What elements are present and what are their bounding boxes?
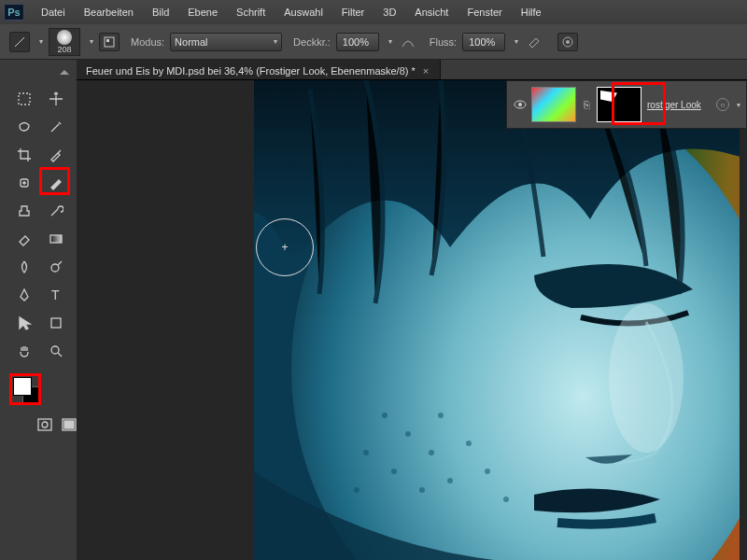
menu-bild[interactable]: Bild	[143, 4, 178, 21]
mode-value: Normal	[175, 36, 207, 48]
brush-panel-toggle[interactable]	[99, 33, 120, 51]
flow-label: Fluss:	[430, 36, 457, 48]
hand-tool[interactable]	[9, 338, 39, 364]
brush-size-picker[interactable]: 208	[49, 28, 80, 56]
svg-point-4	[566, 40, 570, 44]
heal-tool[interactable]	[9, 170, 39, 196]
brush-tool[interactable]	[41, 170, 71, 196]
svg-text:T: T	[51, 287, 60, 302]
menu-datei[interactable]: Datei	[32, 4, 75, 21]
document-tab[interactable]: Feuer und Eis by MDI.psd bei 36,4% (Fros…	[77, 60, 441, 79]
workspace: T Feuer und Eis by MDI.psd b	[0, 60, 747, 560]
mode-select[interactable]: Normal ▾	[170, 33, 282, 51]
svg-point-23	[363, 450, 369, 455]
pen-tool[interactable]	[9, 282, 39, 308]
document-tab-title: Feuer und Eis by MDI.psd bei 36,4% (Fros…	[86, 65, 416, 77]
history-brush-tool[interactable]	[41, 198, 71, 224]
crop-tool[interactable]	[9, 142, 39, 168]
canvas[interactable]	[254, 80, 740, 560]
svg-point-34	[518, 103, 522, 106]
tool-panel: T	[0, 60, 77, 560]
brush-cursor: +	[256, 218, 314, 276]
link-icon[interactable]: ⎘	[580, 96, 593, 113]
document-tabbar: Feuer und Eis by MDI.psd bei 36,4% (Fros…	[77, 60, 747, 80]
chevron-down-icon[interactable]: ▾	[90, 37, 93, 46]
shape-tool[interactable]	[41, 310, 71, 336]
zoom-tool[interactable]	[41, 338, 71, 364]
wand-tool[interactable]	[41, 114, 71, 140]
path-select-tool[interactable]	[9, 310, 39, 336]
eyedropper-tool[interactable]	[41, 142, 71, 168]
menu-hilfe[interactable]: Hilfe	[512, 4, 551, 21]
close-icon[interactable]: ×	[423, 65, 429, 77]
opacity-input[interactable]: 100%	[336, 33, 379, 51]
brush-size-value: 208	[57, 45, 71, 54]
blur-tool[interactable]	[9, 254, 39, 280]
svg-point-24	[438, 413, 444, 418]
svg-point-14	[42, 422, 48, 427]
stamp-tool[interactable]	[9, 198, 39, 224]
menu-schrift[interactable]: Schrift	[227, 4, 275, 21]
panel-collapse-icon[interactable]	[52, 63, 77, 82]
menubar: Ps Datei Bearbeiten Bild Ebene Schrift A…	[0, 0, 747, 24]
svg-rect-2	[106, 39, 109, 42]
menu-ansicht[interactable]: Ansicht	[405, 4, 458, 21]
foreground-color[interactable]	[13, 377, 32, 396]
lasso-tool[interactable]	[9, 114, 39, 140]
menu-filter[interactable]: Filter	[332, 4, 374, 21]
type-tool[interactable]: T	[41, 282, 71, 308]
layer-thumbnail[interactable]	[531, 87, 576, 122]
gradient-tool[interactable]	[41, 226, 71, 252]
menu-ebene[interactable]: Ebene	[178, 4, 227, 21]
svg-point-30	[503, 497, 509, 502]
svg-line-0	[15, 37, 24, 47]
svg-point-21	[405, 431, 411, 437]
menu-auswahl[interactable]: Auswahl	[275, 4, 332, 21]
svg-point-22	[429, 450, 434, 455]
color-swatches[interactable]	[9, 377, 39, 409]
tool-preset-picker[interactable]	[9, 32, 30, 52]
artwork-image	[254, 80, 740, 560]
marquee-tool[interactable]	[9, 86, 39, 112]
chevron-down-icon[interactable]: ▾	[39, 37, 43, 46]
svg-marker-5	[60, 70, 69, 75]
menu-fenster[interactable]: Fenster	[458, 4, 511, 21]
layer-fx-icon[interactable]: ○	[716, 98, 729, 111]
airbrush-icon[interactable]	[524, 33, 544, 51]
dodge-tool[interactable]	[41, 254, 71, 280]
layers-panel-float[interactable]: ⎘ rostiger Look ○ ▾	[506, 80, 747, 129]
svg-point-31	[354, 487, 359, 493]
opacity-pressure-icon[interactable]	[398, 33, 418, 51]
svg-point-25	[466, 441, 472, 446]
canvas-viewport[interactable]: + ⎘ rostiger Look ○ ▾	[77, 80, 747, 560]
svg-point-12	[51, 346, 59, 354]
menu-bearbeiten[interactable]: Bearbeiten	[75, 4, 143, 21]
flow-input[interactable]: 100%	[462, 33, 505, 51]
svg-point-28	[447, 478, 453, 483]
svg-point-27	[419, 487, 425, 493]
menu-3d[interactable]: 3D	[374, 4, 405, 21]
visibility-icon[interactable]	[513, 98, 528, 111]
svg-rect-13	[38, 419, 51, 430]
svg-point-26	[391, 469, 397, 474]
screenmode-toggle[interactable]	[62, 418, 77, 431]
chevron-down-icon: ▾	[274, 37, 277, 46]
chevron-down-icon[interactable]: ▾	[388, 37, 392, 46]
tablet-pressure-icon[interactable]	[557, 33, 578, 51]
opacity-label: Deckkr.:	[293, 36, 331, 48]
document-area: Feuer und Eis by MDI.psd bei 36,4% (Fros…	[77, 60, 747, 560]
chevron-down-icon[interactable]: ▾	[737, 101, 740, 109]
svg-point-20	[382, 413, 388, 418]
quickmask-toggle[interactable]	[37, 418, 52, 431]
svg-rect-6	[19, 93, 30, 105]
highlight-mask	[612, 82, 666, 125]
eraser-tool[interactable]	[9, 226, 39, 252]
svg-rect-11	[51, 318, 61, 328]
app-logo: Ps	[4, 4, 24, 21]
move-tool[interactable]	[41, 86, 71, 112]
svg-point-29	[485, 469, 490, 474]
svg-rect-16	[64, 421, 74, 428]
svg-point-9	[51, 264, 59, 272]
svg-point-32	[609, 303, 684, 453]
chevron-down-icon[interactable]: ▾	[514, 37, 518, 46]
